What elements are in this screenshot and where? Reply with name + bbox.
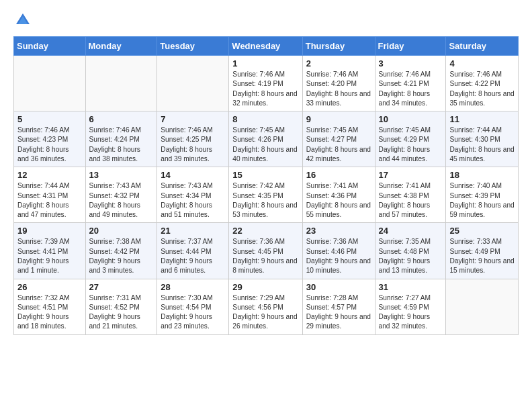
calendar-cell: 2Sunrise: 7:46 AM Sunset: 4:20 PM Daylig… [302,56,375,111]
day-info: Sunrise: 7:30 AM Sunset: 4:54 PM Dayligh… [161,293,225,332]
day-info: Sunrise: 7:44 AM Sunset: 4:31 PM Dayligh… [17,181,82,220]
day-number: 31 [379,282,443,292]
logo-icon [13,11,32,30]
calendar-cell: 14Sunrise: 7:43 AM Sunset: 4:34 PM Dayli… [157,167,229,223]
day-number: 13 [89,170,154,180]
day-number: 28 [161,282,225,292]
day-number: 11 [449,114,515,124]
calendar-cell: 21Sunrise: 7:37 AM Sunset: 4:44 PM Dayli… [157,223,229,279]
calendar-cell [446,279,519,334]
calendar-cell: 28Sunrise: 7:30 AM Sunset: 4:54 PM Dayli… [157,279,229,334]
day-number: 17 [379,170,443,180]
day-info: Sunrise: 7:38 AM Sunset: 4:42 PM Dayligh… [89,237,154,275]
logo [13,11,35,30]
calendar-cell: 10Sunrise: 7:45 AM Sunset: 4:29 PM Dayli… [375,111,446,167]
day-info: Sunrise: 7:43 AM Sunset: 4:34 PM Dayligh… [161,181,225,220]
day-number: 24 [379,226,443,236]
day-info: Sunrise: 7:31 AM Sunset: 4:52 PM Dayligh… [89,293,154,332]
calendar-cell: 19Sunrise: 7:39 AM Sunset: 4:41 PM Dayli… [14,223,86,279]
calendar-cell [157,56,229,111]
day-info: Sunrise: 7:27 AM Sunset: 4:59 PM Dayligh… [379,293,443,332]
day-info: Sunrise: 7:36 AM Sunset: 4:45 PM Dayligh… [232,237,298,275]
calendar-week-row: 1Sunrise: 7:46 AM Sunset: 4:19 PM Daylig… [14,56,519,111]
calendar-cell [85,56,157,111]
day-number: 22 [232,226,298,236]
day-number: 1 [232,58,298,68]
day-number: 10 [379,114,443,124]
day-number: 3 [379,58,443,68]
day-header-tuesday: Tuesday [157,37,229,56]
day-number: 23 [306,226,371,236]
calendar-week-row: 26Sunrise: 7:32 AM Sunset: 4:51 PM Dayli… [14,279,519,334]
day-number: 2 [306,58,371,68]
calendar-cell: 6Sunrise: 7:46 AM Sunset: 4:24 PM Daylig… [85,111,157,167]
day-number: 18 [449,170,515,180]
day-number: 7 [161,114,225,124]
calendar-cell: 26Sunrise: 7:32 AM Sunset: 4:51 PM Dayli… [14,279,86,334]
calendar-cell: 20Sunrise: 7:38 AM Sunset: 4:42 PM Dayli… [85,223,157,279]
calendar-table: SundayMondayTuesdayWednesdayThursdayFrid… [13,36,519,335]
day-info: Sunrise: 7:46 AM Sunset: 4:23 PM Dayligh… [17,126,82,164]
calendar-cell: 25Sunrise: 7:33 AM Sunset: 4:49 PM Dayli… [446,223,519,279]
day-number: 20 [89,226,154,236]
day-number: 30 [306,282,371,292]
page: SundayMondayTuesdayWednesdayThursdayFrid… [0,0,532,349]
calendar-cell: 3Sunrise: 7:46 AM Sunset: 4:21 PM Daylig… [375,56,446,111]
day-info: Sunrise: 7:40 AM Sunset: 4:39 PM Dayligh… [449,181,515,220]
calendar-cell: 16Sunrise: 7:41 AM Sunset: 4:36 PM Dayli… [302,167,375,223]
day-info: Sunrise: 7:35 AM Sunset: 4:48 PM Dayligh… [379,237,443,275]
day-header-wednesday: Wednesday [229,37,302,56]
day-info: Sunrise: 7:45 AM Sunset: 4:26 PM Dayligh… [232,126,298,164]
calendar-cell: 23Sunrise: 7:36 AM Sunset: 4:46 PM Dayli… [302,223,375,279]
day-info: Sunrise: 7:43 AM Sunset: 4:32 PM Dayligh… [89,181,154,220]
calendar-cell: 15Sunrise: 7:42 AM Sunset: 4:35 PM Dayli… [229,167,302,223]
day-info: Sunrise: 7:41 AM Sunset: 4:38 PM Dayligh… [379,181,443,220]
day-number: 25 [449,226,515,236]
day-info: Sunrise: 7:28 AM Sunset: 4:57 PM Dayligh… [306,293,371,332]
calendar-cell: 24Sunrise: 7:35 AM Sunset: 4:48 PM Dayli… [375,223,446,279]
day-info: Sunrise: 7:44 AM Sunset: 4:30 PM Dayligh… [449,126,515,164]
day-info: Sunrise: 7:39 AM Sunset: 4:41 PM Dayligh… [17,237,82,275]
day-info: Sunrise: 7:37 AM Sunset: 4:44 PM Dayligh… [161,237,225,275]
calendar-cell: 30Sunrise: 7:28 AM Sunset: 4:57 PM Dayli… [302,279,375,334]
calendar-cell: 13Sunrise: 7:43 AM Sunset: 4:32 PM Dayli… [85,167,157,223]
day-number: 19 [17,226,82,236]
calendar-cell: 22Sunrise: 7:36 AM Sunset: 4:45 PM Dayli… [229,223,302,279]
day-number: 5 [17,114,82,124]
day-number: 14 [161,170,225,180]
calendar-cell: 8Sunrise: 7:45 AM Sunset: 4:26 PM Daylig… [229,111,302,167]
day-header-saturday: Saturday [446,37,519,56]
calendar-cell: 9Sunrise: 7:45 AM Sunset: 4:27 PM Daylig… [302,111,375,167]
day-number: 9 [306,114,371,124]
day-info: Sunrise: 7:41 AM Sunset: 4:36 PM Dayligh… [306,181,371,220]
day-info: Sunrise: 7:46 AM Sunset: 4:24 PM Dayligh… [89,126,154,164]
calendar-week-row: 12Sunrise: 7:44 AM Sunset: 4:31 PM Dayli… [14,167,519,223]
day-info: Sunrise: 7:32 AM Sunset: 4:51 PM Dayligh… [17,293,82,332]
day-header-sunday: Sunday [14,37,86,56]
calendar-cell: 31Sunrise: 7:27 AM Sunset: 4:59 PM Dayli… [375,279,446,334]
calendar-header-row: SundayMondayTuesdayWednesdayThursdayFrid… [14,37,519,56]
day-info: Sunrise: 7:33 AM Sunset: 4:49 PM Dayligh… [449,237,515,275]
day-info: Sunrise: 7:46 AM Sunset: 4:25 PM Dayligh… [161,126,225,164]
calendar-cell: 5Sunrise: 7:46 AM Sunset: 4:23 PM Daylig… [14,111,86,167]
day-header-thursday: Thursday [302,37,375,56]
day-number: 8 [232,114,298,124]
day-number: 6 [89,114,154,124]
day-info: Sunrise: 7:29 AM Sunset: 4:56 PM Dayligh… [232,293,298,332]
header [13,11,519,30]
day-info: Sunrise: 7:46 AM Sunset: 4:20 PM Dayligh… [306,70,371,108]
day-header-friday: Friday [375,37,446,56]
day-info: Sunrise: 7:45 AM Sunset: 4:27 PM Dayligh… [306,126,371,164]
calendar-cell: 27Sunrise: 7:31 AM Sunset: 4:52 PM Dayli… [85,279,157,334]
calendar-cell: 12Sunrise: 7:44 AM Sunset: 4:31 PM Dayli… [14,167,86,223]
day-info: Sunrise: 7:36 AM Sunset: 4:46 PM Dayligh… [306,237,371,275]
day-number: 15 [232,170,298,180]
day-number: 26 [17,282,82,292]
day-number: 29 [232,282,298,292]
day-info: Sunrise: 7:46 AM Sunset: 4:19 PM Dayligh… [232,70,298,108]
day-number: 4 [449,58,515,68]
calendar-cell: 17Sunrise: 7:41 AM Sunset: 4:38 PM Dayli… [375,167,446,223]
day-info: Sunrise: 7:45 AM Sunset: 4:29 PM Dayligh… [379,126,443,164]
calendar-week-row: 19Sunrise: 7:39 AM Sunset: 4:41 PM Dayli… [14,223,519,279]
calendar-cell: 18Sunrise: 7:40 AM Sunset: 4:39 PM Dayli… [446,167,519,223]
